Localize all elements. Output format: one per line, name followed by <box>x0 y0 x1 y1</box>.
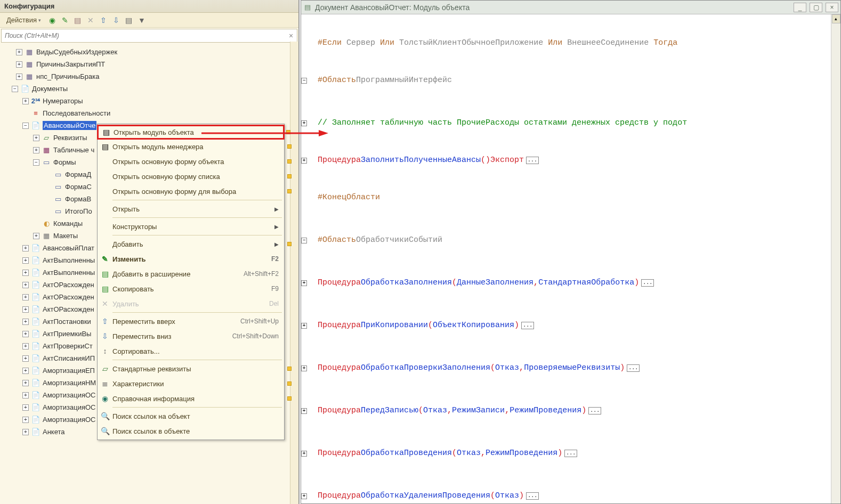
ctx-characteristics[interactable]: ≣ Характеристики <box>98 376 284 391</box>
document-icon: 📄 <box>31 330 41 338</box>
document-icon: 📄 <box>31 121 41 130</box>
ctx-open-manager-module[interactable]: ▤ Открыть модуль менеджера <box>98 139 284 154</box>
dot-icon <box>287 381 292 386</box>
code-area[interactable]: #Если Сервер Или ТолстыйКлиентОбычноеПри… <box>301 14 840 503</box>
maximize-button[interactable]: ▢ <box>810 3 822 12</box>
collapsed-region-icon[interactable]: ... <box>627 364 640 372</box>
search-icon: 🔍 <box>98 427 112 435</box>
right-scrollbar[interactable]: ▴ <box>831 14 840 503</box>
filter-icon[interactable]: ▼ <box>137 15 147 25</box>
move-down-icon[interactable]: ⇩ <box>111 15 121 25</box>
ctx-open-main-form-object[interactable]: Открыть основную форму объекта <box>98 154 284 169</box>
document-icon: 📄 <box>31 318 41 326</box>
tree-item[interactable]: +▦ПричиныЗакрытияПТ <box>0 58 298 70</box>
search-row: × <box>1 29 297 43</box>
tree-item-numerators[interactable]: +2³⁴Нумераторы <box>0 95 298 107</box>
dot-icon <box>286 130 290 134</box>
ctx-add-to-extension[interactable]: ▤ Добавить в расширениеAlt+Shift+F2 <box>98 266 284 281</box>
collapsed-region-icon[interactable]: ... <box>526 157 539 164</box>
delete-icon[interactable]: ✕ <box>86 15 95 25</box>
close-button[interactable]: × <box>826 3 838 12</box>
table-icon: ▦ <box>25 48 34 56</box>
document-icon: 📄 <box>31 354 41 363</box>
collapsed-region-icon[interactable]: ... <box>588 407 601 414</box>
config-panel-title: Конфигурация <box>0 0 298 13</box>
fold-icon[interactable]: + <box>301 451 307 457</box>
add-doc-icon[interactable]: ▤ <box>73 15 83 25</box>
fold-icon[interactable]: + <box>301 158 307 164</box>
ctx-find-refs-in[interactable]: 🔍 Поиск ссылок в объекте <box>98 424 284 438</box>
ctx-open-main-form-choice[interactable]: Открыть основную форму для выбора <box>98 184 284 199</box>
up-icon: ⇧ <box>98 317 112 326</box>
document-icon: 📄 <box>31 403 41 412</box>
fold-icon[interactable]: + <box>301 323 307 329</box>
delete-icon: ✕ <box>98 299 112 308</box>
list-icon[interactable]: ▤ <box>124 15 134 25</box>
ctx-copy[interactable]: ▤ СкопироватьF9 <box>98 281 284 296</box>
search-input[interactable] <box>2 30 285 42</box>
ctx-open-submenu[interactable]: Открыть▶ <box>98 201 284 216</box>
document-icon: 📄 <box>31 367 41 375</box>
dot-icon <box>287 396 292 401</box>
fold-icon[interactable]: + <box>301 408 307 414</box>
move-up-icon[interactable]: ⇧ <box>99 15 108 25</box>
tree-item[interactable]: +▦ВидыСудебныхИздержек <box>0 46 298 58</box>
ctx-sort[interactable]: ↕ Сортировать... <box>98 344 284 359</box>
tree-item[interactable]: +▦нпс_ПричиныБрака <box>0 70 298 83</box>
copy-icon: ▤ <box>98 284 112 293</box>
ctx-add-submenu[interactable]: Добавить▶ <box>98 237 284 251</box>
document-icon: 📄 <box>31 293 41 302</box>
dot-icon <box>287 144 292 149</box>
document-icon: 📄 <box>31 305 41 314</box>
dot-icon <box>287 159 292 164</box>
ctx-edit[interactable]: ✎ ИзменитьF2 <box>98 251 284 266</box>
attributes-icon: ▱ <box>42 134 51 142</box>
actions-dropdown[interactable]: Действия <box>3 15 44 25</box>
fold-icon[interactable]: + <box>301 120 307 126</box>
edit-icon[interactable]: ✎ <box>60 15 70 25</box>
tree-branch-documents[interactable]: −📄Документы <box>0 83 298 95</box>
fold-icon[interactable]: + <box>301 493 307 499</box>
fold-icon[interactable]: + <box>301 280 307 286</box>
add-ext-icon: ▤ <box>98 270 112 278</box>
tree-item-sequences[interactable]: ≡Последовательности <box>0 107 298 119</box>
ctx-open-object-module[interactable]: ▤ Открыть модуль объекта <box>97 125 285 140</box>
fold-icon[interactable]: − <box>301 238 307 243</box>
collapsed-region-icon[interactable]: ... <box>564 450 577 457</box>
ctx-open-main-form-list[interactable]: Открыть основную форму списка <box>98 169 284 184</box>
templates-icon: ▦ <box>42 232 51 240</box>
dot-icon <box>287 174 292 178</box>
table-icon: ▦ <box>25 72 34 81</box>
module-icon: ▤ <box>99 128 114 136</box>
module-icon: ▤ <box>98 142 112 151</box>
collapsed-region-icon[interactable]: ... <box>521 322 534 329</box>
ctx-standard-attributes[interactable]: ▱ Стандартные реквизиты <box>98 361 284 376</box>
code-editor-titlebar: ▤ Документ АвансовыйОтчет: Модуль объект… <box>301 1 840 14</box>
ctx-move-up[interactable]: ⇧ Переместить вверхCtrl+Shift+Up <box>98 314 284 329</box>
document-icon: 📄 <box>31 416 41 424</box>
context-menu: ▤ Открыть модуль объекта ▤ Открыть модул… <box>97 124 285 440</box>
code-editor-title: Документ АвансовыйОтчет: Модуль объекта <box>315 3 790 12</box>
add-icon[interactable]: ◉ <box>47 15 57 25</box>
collapsed-region-icon[interactable]: ... <box>526 492 539 500</box>
module-icon: ▤ <box>303 3 312 11</box>
ctx-move-down[interactable]: ⇩ Переместить внизCtrl+Shift+Down <box>98 329 284 344</box>
dot-icon <box>287 367 292 371</box>
commands-icon: ◐ <box>42 220 51 228</box>
table-icon: ▦ <box>25 60 34 69</box>
minimize-button[interactable]: _ <box>794 3 806 12</box>
ctx-delete[interactable]: ✕ УдалитьDel <box>98 296 284 311</box>
ctx-find-refs-to[interactable]: 🔍 Поиск ссылок на объект <box>98 409 284 424</box>
dot-icon <box>287 242 292 246</box>
fold-icon[interactable]: − <box>301 78 307 84</box>
left-scrollbar[interactable] <box>290 42 298 504</box>
collapsed-region-icon[interactable]: ... <box>641 279 654 287</box>
scroll-up-icon[interactable]: ▴ <box>832 14 840 23</box>
code-editor-window: ▤ Документ АвансовыйОтчет: Модуль объект… <box>301 0 841 504</box>
ctx-help-info[interactable]: ◉ Справочная информация <box>98 391 284 406</box>
ctx-constructors-submenu[interactable]: Конструкторы▶ <box>98 219 284 234</box>
form-icon: ▭ <box>53 183 63 191</box>
document-icon: 📄 <box>31 342 41 351</box>
fold-icon[interactable]: + <box>301 365 307 371</box>
clear-search-icon[interactable]: × <box>285 31 297 40</box>
